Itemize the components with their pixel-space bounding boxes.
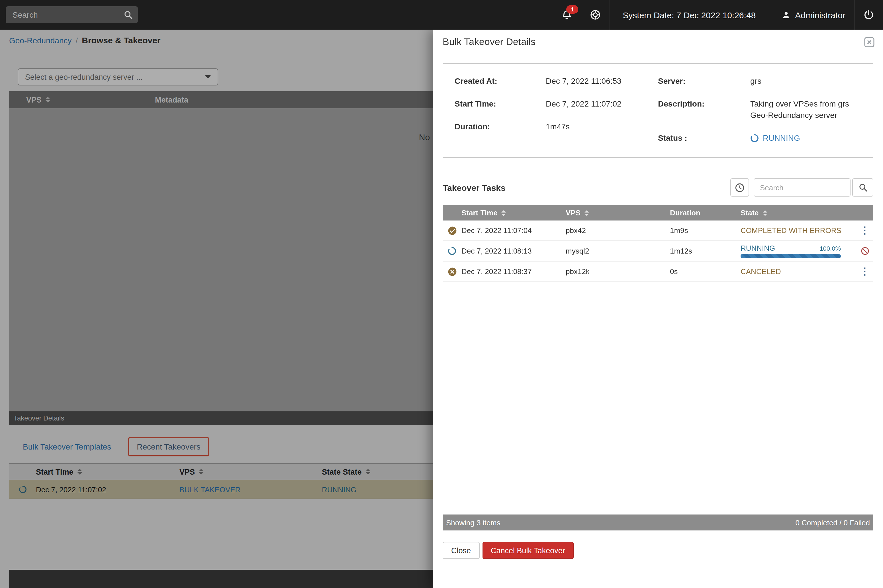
running-spinner-icon: [750, 134, 759, 142]
table-row: Dec 7, 2022 11:08:13 mysql2 1m12s RUNNIN…: [443, 241, 873, 261]
power-icon: [863, 9, 874, 21]
modal-header: Bulk Takeover Details: [433, 30, 883, 55]
server-value: grs: [750, 75, 861, 87]
canceled-icon: [443, 267, 462, 276]
logout-button[interactable]: [855, 0, 883, 30]
sort-icon: [763, 210, 768, 216]
column-header-vps[interactable]: VPS: [566, 208, 670, 217]
task-state: COMPLETED WITH ERRORS: [741, 226, 856, 235]
summary-right-column: Server: grs Description: Taking over VPS…: [658, 75, 861, 144]
task-state: CANCELED: [741, 267, 856, 276]
cancel-task-icon[interactable]: [861, 247, 869, 255]
column-header-state[interactable]: State: [741, 208, 856, 217]
sort-icon: [585, 210, 589, 216]
task-state-running: RUNNING 100.0%: [741, 244, 856, 258]
task-duration: 1m9s: [670, 226, 741, 235]
column-header-duration[interactable]: Duration: [670, 208, 741, 217]
status-label: Status :: [658, 132, 750, 144]
close-dialog-icon[interactable]: [864, 36, 875, 48]
showing-items-label: Showing 3 items: [446, 518, 501, 527]
completed-with-errors-icon: [443, 226, 462, 235]
life-ring-icon: [590, 9, 601, 21]
completed-failed-label: 0 Completed / 0 Failed: [795, 518, 870, 527]
task-vps: pbx42: [566, 226, 670, 235]
modal-title: Bulk Takeover Details: [443, 36, 864, 48]
task-progress-percent: 100.0%: [820, 245, 841, 252]
close-button[interactable]: Close: [443, 542, 480, 559]
description-value: Taking over VPSes from grs Geo-Redundanc…: [750, 98, 861, 121]
task-duration: 0s: [670, 267, 741, 276]
user-menu[interactable]: Administrator: [768, 0, 854, 30]
search-input[interactable]: [6, 6, 138, 23]
start-time-label: Start Time:: [454, 98, 546, 110]
summary-left-column: Created At: Dec 7, 2022 11:06:53 Start T…: [454, 75, 658, 144]
task-progress-bar: [741, 254, 841, 258]
tasks-search-input[interactable]: [754, 178, 850, 196]
cancel-bulk-takeover-button[interactable]: Cancel Bulk Takeover: [482, 542, 574, 559]
tasks-table-footer: Showing 3 items 0 Completed / 0 Failed: [443, 514, 873, 531]
clock-icon: [735, 183, 745, 192]
notifications-button[interactable]: 1: [553, 0, 581, 30]
description-label: Description:: [658, 98, 750, 121]
duration-label: Duration:: [454, 121, 546, 132]
row-menu-icon[interactable]: ⋮: [860, 267, 870, 276]
takeover-summary-box: Created At: Dec 7, 2022 11:06:53 Start T…: [443, 63, 873, 158]
running-spinner-icon: [443, 247, 462, 255]
username-label: Administrator: [795, 10, 846, 20]
table-row: Dec 7, 2022 11:07:04 pbx42 1m9s COMPLETE…: [443, 220, 873, 241]
notification-badge: 1: [566, 5, 578, 14]
created-at-value: Dec 7, 2022 11:06:53: [546, 75, 658, 87]
duration-value: 1m47s: [546, 121, 658, 132]
task-start-time: Dec 7, 2022 11:08:37: [462, 267, 566, 276]
task-duration: 1m12s: [670, 247, 741, 255]
table-row: Dec 7, 2022 11:08:37 pbx12k 0s CANCELED …: [443, 261, 873, 282]
takeover-tasks-toolbar: Takeover Tasks: [443, 178, 873, 196]
user-icon: [781, 10, 790, 20]
application-window: 1 System Date: 7 Dec 2022 10:26:48 Admin…: [0, 0, 883, 588]
sort-icon: [502, 210, 506, 216]
tasks-table-header: Start Time VPS Duration State: [443, 205, 873, 220]
tasks-search-button[interactable]: [852, 178, 873, 196]
search-icon: [124, 10, 133, 20]
task-state: RUNNING: [741, 244, 775, 252]
column-header-start-time[interactable]: Start Time: [462, 208, 566, 217]
modal-buttons: Close Cancel Bulk Takeover: [443, 542, 574, 559]
history-button[interactable]: [730, 178, 749, 196]
start-time-value: Dec 7, 2022 11:07:02: [546, 98, 658, 110]
modal-body: Created At: Dec 7, 2022 11:06:53 Start T…: [433, 55, 883, 588]
row-menu-icon[interactable]: ⋮: [860, 226, 870, 236]
search-icon: [858, 183, 867, 192]
topbar: 1 System Date: 7 Dec 2022 10:26:48 Admin…: [0, 0, 883, 30]
global-search: [6, 6, 138, 23]
takeover-tasks-title: Takeover Tasks: [443, 183, 730, 192]
task-vps: mysql2: [566, 247, 670, 255]
server-label: Server:: [658, 75, 750, 87]
status-value: RUNNING: [750, 132, 861, 144]
created-at-label: Created At:: [454, 75, 546, 87]
task-vps: pbx12k: [566, 267, 670, 276]
task-start-time: Dec 7, 2022 11:07:04: [462, 226, 566, 235]
system-date: System Date: 7 Dec 2022 10:26:48: [610, 10, 768, 20]
bulk-takeover-details-modal: Bulk Takeover Details Created At: Dec 7,…: [433, 30, 883, 588]
takeover-tasks-table: Start Time VPS Duration State: [443, 205, 873, 282]
task-start-time: Dec 7, 2022 11:08:13: [462, 247, 566, 255]
support-button[interactable]: [581, 0, 610, 30]
